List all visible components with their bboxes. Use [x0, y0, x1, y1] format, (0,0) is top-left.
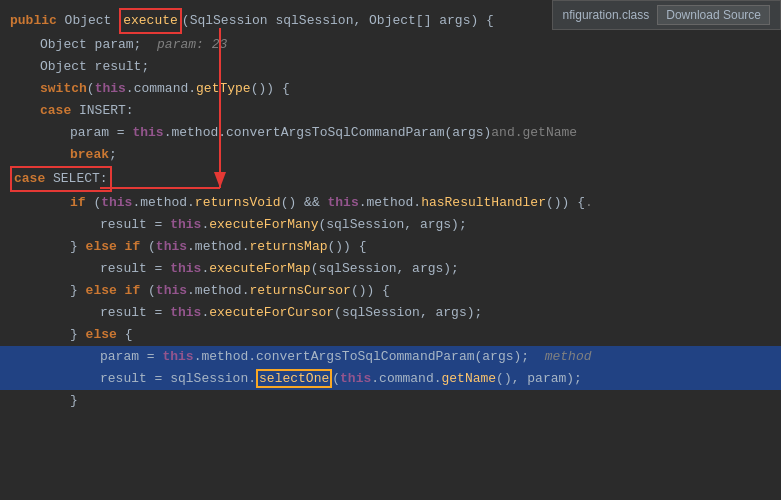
code-line: param = this.method.convertArgsToSqlComm…: [0, 346, 781, 368]
code-line: case INSERT:: [0, 100, 781, 122]
code-editor: nfiguration.class Download Source public…: [0, 0, 781, 500]
code-line: }: [0, 390, 781, 412]
code-line: Object param; param: 23: [0, 34, 781, 56]
execute-method-box: execute: [119, 8, 182, 34]
code-line: } else if (this.method.returnsCursor()) …: [0, 280, 781, 302]
code-line: result = this.executeForCursor(sqlSessio…: [0, 302, 781, 324]
case-select-box: case SELECT:: [10, 166, 112, 192]
file-label: nfiguration.class: [563, 8, 650, 22]
code-line: if (this.method.returnsVoid() && this.me…: [0, 192, 781, 214]
select-one-line: result = sqlSession.selectOne(this.comma…: [100, 368, 582, 390]
code-line: Object result;: [0, 56, 781, 78]
code-line: result = sqlSession.selectOne(this.comma…: [0, 368, 781, 390]
code-line: break;: [0, 144, 781, 166]
code-line: } else {: [0, 324, 781, 346]
code-content: public Object execute(SqlSession sqlSess…: [0, 0, 781, 500]
download-source-button[interactable]: Download Source: [657, 5, 770, 25]
code-line: result = this.executeForMany(sqlSession,…: [0, 214, 781, 236]
code-line: case SELECT:: [0, 166, 781, 192]
top-bar: nfiguration.class Download Source: [552, 0, 781, 30]
code-line: switch(this.command.getType()) {: [0, 78, 781, 100]
code-line: result = this.executeForMap(sqlSession, …: [0, 258, 781, 280]
code-line: } else if (this.method.returnsMap()) {: [0, 236, 781, 258]
code-line: param = this.method.convertArgsToSqlComm…: [0, 122, 781, 144]
